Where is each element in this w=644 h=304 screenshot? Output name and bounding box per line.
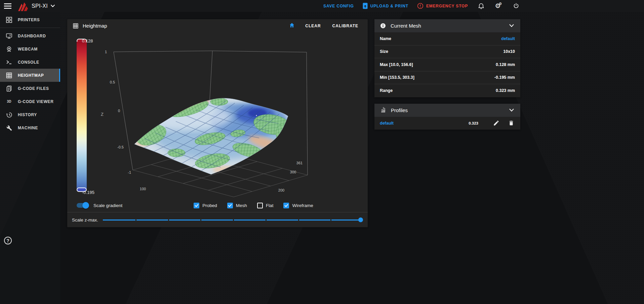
current-mesh-card: Current Mesh Name default Size 10x10 Max… xyxy=(374,19,520,97)
checkbox-flat[interactable]: Flat xyxy=(257,203,274,208)
alert-octagon-icon xyxy=(417,3,424,9)
sidebar-item-label: CONSOLE xyxy=(18,60,39,65)
monitor-icon xyxy=(6,33,12,39)
row-label: Min [153.5, 303.3] xyxy=(380,75,414,80)
edit-profile-button[interactable] xyxy=(492,119,500,127)
z-axis-label: Z xyxy=(101,112,104,117)
mesh-row-size: Size 10x10 xyxy=(374,45,520,59)
sidebar-item-printers[interactable]: PRINTERS xyxy=(0,13,60,26)
brand-logo-icon xyxy=(17,1,29,11)
save-config-label: SAVE CONFIG xyxy=(323,4,354,8)
file-document-icon xyxy=(6,85,12,92)
heightmap-3d-plot[interactable]: 1 0.5 0 -0.5 -1 Z 100 200 300 361 xyxy=(67,32,368,199)
settings-gears-icon[interactable]: ⚙⚙ xyxy=(494,2,503,10)
profiles-title: Profiles xyxy=(391,107,408,113)
color-scale-bar xyxy=(77,39,87,192)
sidebar-item-label: PRINTERS xyxy=(18,18,40,22)
three-d-icon: 3D xyxy=(6,100,12,103)
slider-thumb[interactable] xyxy=(358,217,363,222)
terminal-icon xyxy=(6,59,12,66)
heightmap-surface-scene: 1 0.5 0 -0.5 -1 Z 100 200 300 361 xyxy=(67,32,368,199)
color-scale-gradient xyxy=(77,42,87,189)
emergency-stop-button[interactable]: EMERGENCY STOP xyxy=(417,3,468,9)
z-tick-neg05: -0.5 xyxy=(117,145,124,149)
checkbox-probed[interactable]: Probed xyxy=(194,203,217,208)
row-label: Name xyxy=(380,36,391,41)
power-icon[interactable] xyxy=(512,2,520,10)
y-tick-361: 361 xyxy=(296,161,303,165)
mesh-row-max: Max [10.0, 156.6] 0.128 mm xyxy=(374,58,520,71)
machine-selector[interactable]: SPI-XI xyxy=(17,1,55,11)
mesh-row-range: Range 0.323 mm xyxy=(374,84,520,97)
upload-print-label: UPLOAD & PRINT xyxy=(370,4,408,8)
slider-tick xyxy=(200,219,201,221)
help-icon[interactable]: ? xyxy=(4,237,12,244)
page-title: Heightmap xyxy=(83,23,107,29)
sidebar-item-heightmap[interactable]: HEIGHTMAP xyxy=(0,69,60,82)
profile-range-value: 0.323 xyxy=(469,121,478,125)
display-options-row: Scale gradient Probed Mesh Flat Wirefra xyxy=(67,199,368,212)
sidebar-item-console[interactable]: CONSOLE xyxy=(0,56,60,69)
row-value: -0.195 mm xyxy=(494,75,515,80)
row-value: 0.323 mm xyxy=(496,88,515,93)
checkbox-label: Flat xyxy=(266,203,274,208)
profiles-card: Profiles default 0.323 xyxy=(374,104,520,130)
slider-tick xyxy=(266,219,267,221)
sidebar-item-label: G-CODE VIEWER xyxy=(18,99,53,104)
row-label: Max [10.0, 156.6] xyxy=(380,62,413,67)
row-label: Size xyxy=(380,49,388,54)
emergency-stop-label: EMERGENCY STOP xyxy=(426,4,468,8)
sidebar-item-gcode-files[interactable]: G-CODE FILES xyxy=(0,82,60,95)
collapse-chevron-icon[interactable] xyxy=(508,107,515,113)
sidebar-item-webcam[interactable]: WEBCAM xyxy=(0,42,60,56)
row-value: 10x10 xyxy=(503,49,515,54)
slider-tick xyxy=(330,219,331,221)
sidebar-item-history[interactable]: HISTORY xyxy=(0,108,60,121)
profiles-header: Profiles xyxy=(374,104,520,117)
heightmap-card: Heightmap CLEAR CALIBRATE xyxy=(67,19,368,227)
clear-button[interactable]: CLEAR xyxy=(301,22,325,30)
heightmap-title-grid-icon xyxy=(73,23,79,29)
upload-print-button[interactable]: UPLOAD & PRINT xyxy=(363,3,408,9)
checkbox-wireframe[interactable]: Wireframe xyxy=(283,203,313,208)
row-value: 0.128 mm xyxy=(496,62,515,67)
sidebar-item-machine[interactable]: MACHINE xyxy=(0,121,60,134)
sidebar-divider xyxy=(0,28,60,28)
scale-gradient-toggle[interactable]: Scale gradient xyxy=(77,203,122,208)
app-window: SPI-XI SAVE CONFIG UPLOAD & PRINT EMERGE… xyxy=(0,0,644,304)
scale-zmax-slider[interactable] xyxy=(103,217,363,222)
top-bar: SPI-XI SAVE CONFIG UPLOAD & PRINT EMERGE… xyxy=(0,0,644,12)
pencil-icon xyxy=(493,120,499,126)
printers-grid-icon xyxy=(6,16,12,23)
calibrate-button[interactable]: CALIBRATE xyxy=(328,22,362,30)
y-tick-300: 300 xyxy=(290,170,296,174)
z-tick-0: 0 xyxy=(118,109,120,113)
sidebar-item-dashboard[interactable]: DASHBOARD xyxy=(0,29,60,42)
help-glyph: ? xyxy=(6,238,9,243)
sidebar-item-label: HISTORY xyxy=(18,112,37,117)
sidebar-item-label: DASHBOARD xyxy=(18,34,46,38)
color-scale-min-label: -0.195 xyxy=(82,190,94,195)
trash-icon xyxy=(508,120,514,126)
chevron-down-icon xyxy=(50,4,55,7)
delete-profile-button[interactable] xyxy=(508,119,515,127)
right-panel: Current Mesh Name default Size 10x10 Max… xyxy=(374,19,520,130)
sidebar-item-gcode-viewer[interactable]: 3D G-CODE VIEWER xyxy=(0,95,60,108)
checkbox-mesh[interactable]: Mesh xyxy=(227,203,247,208)
profile-name-link[interactable]: default xyxy=(380,121,394,126)
scale-gradient-label: Scale gradient xyxy=(93,203,122,208)
save-config-button[interactable]: SAVE CONFIG xyxy=(323,4,354,8)
menu-icon[interactable] xyxy=(0,0,15,12)
notifications-bell-icon[interactable] xyxy=(477,2,485,10)
profile-row-default[interactable]: default 0.323 xyxy=(374,117,520,130)
reset-view-home-button[interactable] xyxy=(286,21,298,31)
profiles-stack-icon xyxy=(380,107,387,113)
row-value: default xyxy=(501,36,515,41)
machine-name: SPI-XI xyxy=(32,3,48,9)
slider-tick xyxy=(168,219,169,221)
checkbox-label: Probed xyxy=(202,203,217,208)
current-mesh-title: Current Mesh xyxy=(391,23,421,29)
sidebar-item-label: G-CODE FILES xyxy=(18,86,49,91)
collapse-chevron-icon[interactable] xyxy=(508,23,515,29)
webcam-icon xyxy=(6,46,12,53)
